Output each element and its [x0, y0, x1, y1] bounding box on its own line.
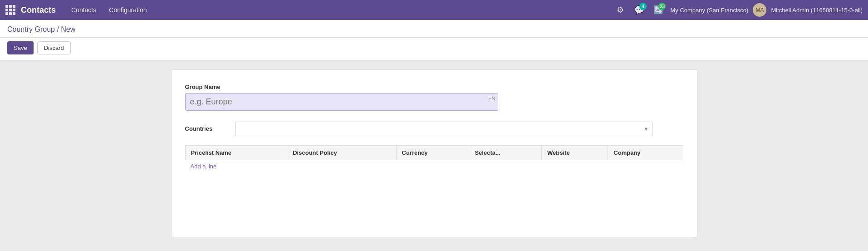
- group-name-label: Group Name: [185, 84, 683, 90]
- company-name[interactable]: My Company (San Francisco): [670, 7, 748, 14]
- activity-badge: 23: [658, 3, 666, 10]
- save-button[interactable]: Save: [7, 41, 34, 54]
- col-pricelist-name: Pricelist Name: [185, 146, 287, 160]
- group-name-input-wrapper: EN: [185, 93, 498, 111]
- breadcrumb: Country Group / New: [7, 25, 75, 33]
- pricelist-section: Pricelist Name Discount Policy Currency …: [185, 145, 683, 172]
- countries-label: Countries: [185, 122, 226, 132]
- discard-button[interactable]: Discard: [37, 41, 71, 54]
- col-discount-policy: Discount Policy: [287, 146, 396, 160]
- breadcrumb-bar: Country Group / New: [0, 20, 868, 38]
- avatar[interactable]: MA: [753, 3, 766, 17]
- action-bar: Save Discard: [0, 38, 868, 60]
- messaging-icon[interactable]: 💬 4: [632, 3, 647, 17]
- countries-row: Countries ▼: [185, 122, 683, 136]
- col-currency: Currency: [396, 146, 469, 160]
- group-name-input[interactable]: [185, 93, 498, 111]
- app-title[interactable]: Contacts: [21, 5, 56, 15]
- main-menu: Contacts Configuration: [65, 0, 153, 20]
- lang-badge: EN: [488, 96, 495, 101]
- activity-icon[interactable]: 🔄 23: [651, 3, 666, 17]
- user-name[interactable]: Mitchell Admin (11650811-15-0-all): [771, 7, 863, 14]
- messaging-badge: 4: [639, 3, 647, 10]
- group-name-field: Group Name EN: [185, 84, 683, 111]
- settings-icon[interactable]: ⚙: [613, 3, 628, 17]
- menu-configuration[interactable]: Configuration: [103, 0, 153, 20]
- menu-contacts[interactable]: Contacts: [65, 0, 103, 20]
- pricelist-table: Pricelist Name Discount Policy Currency …: [185, 145, 683, 160]
- app-menu-icon[interactable]: [5, 5, 15, 15]
- col-website: Website: [542, 146, 608, 160]
- countries-select[interactable]: [235, 122, 652, 136]
- col-selectable: Selecta...: [469, 146, 542, 160]
- top-navigation: Contacts Contacts Configuration ⚙ 💬 4 🔄 …: [0, 0, 868, 20]
- form-card: Group Name EN Countries ▼ Pricelist Name: [171, 69, 697, 237]
- col-company: Company: [608, 146, 683, 160]
- main-content: Group Name EN Countries ▼ Pricelist Name: [0, 60, 868, 251]
- countries-select-wrapper: ▼: [235, 122, 652, 136]
- add-a-line-button[interactable]: Add a line: [185, 160, 222, 172]
